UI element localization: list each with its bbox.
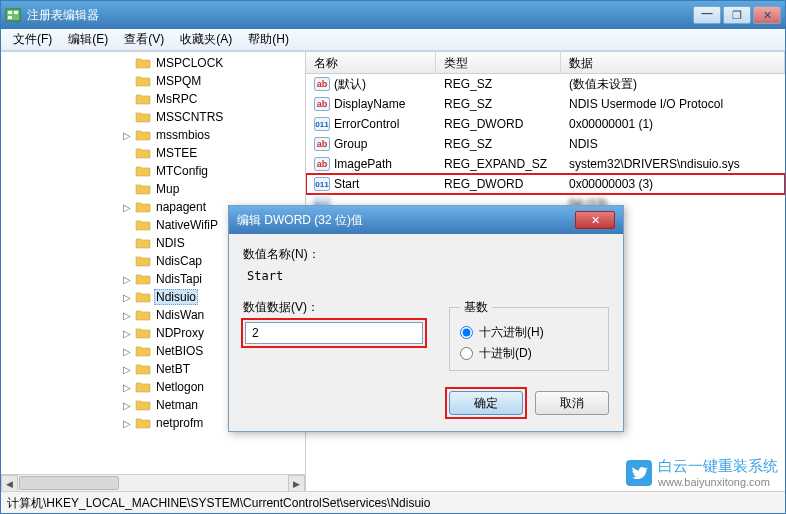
row-data: 0x00000001 (1) xyxy=(561,117,785,131)
tree-horizontal-scrollbar[interactable]: ◀ ▶ xyxy=(1,474,305,491)
minimize-button[interactable] xyxy=(693,6,721,24)
tree-item-label: Netlogon xyxy=(154,380,206,394)
radix-dec-radio[interactable] xyxy=(460,347,473,360)
list-row[interactable]: abImagePathREG_EXPAND_SZsystem32\DRIVERS… xyxy=(306,154,785,174)
folder-icon xyxy=(135,146,151,160)
svg-rect-2 xyxy=(8,16,12,19)
tree-item-label: netprofm xyxy=(154,416,205,430)
tree-item-mspclock[interactable]: MSPCLOCK xyxy=(1,54,305,72)
expand-icon[interactable]: ▷ xyxy=(121,328,133,339)
menu-edit[interactable]: 编辑(E) xyxy=(60,29,116,50)
svg-rect-3 xyxy=(14,11,18,14)
value-data-input[interactable] xyxy=(245,322,423,344)
expand-icon[interactable]: ▷ xyxy=(121,130,133,141)
scroll-left-button[interactable]: ◀ xyxy=(1,475,18,491)
folder-icon xyxy=(135,344,151,358)
watermark-text: 白云一键重装系统 xyxy=(658,457,778,476)
expand-icon[interactable]: ▷ xyxy=(121,310,133,321)
folder-icon xyxy=(135,398,151,412)
close-button[interactable] xyxy=(753,6,781,24)
folder-icon xyxy=(135,308,151,322)
menubar: 文件(F) 编辑(E) 查看(V) 收藏夹(A) 帮助(H) xyxy=(1,29,785,51)
header-name[interactable]: 名称 xyxy=(306,52,436,73)
tree-item-label: MsRPC xyxy=(154,92,199,106)
tree-item-mtconfig[interactable]: MTConfig xyxy=(1,162,305,180)
tree-item-msrpc[interactable]: MsRPC xyxy=(1,90,305,108)
row-data: NDIS Usermode I/O Protocol xyxy=(561,97,785,111)
folder-icon xyxy=(135,290,151,304)
radix-hex-option[interactable]: 十六进制(H) xyxy=(460,324,598,341)
radix-hex-radio[interactable] xyxy=(460,326,473,339)
menu-view[interactable]: 查看(V) xyxy=(116,29,172,50)
folder-icon xyxy=(135,362,151,376)
menu-help[interactable]: 帮助(H) xyxy=(240,29,297,50)
tree-item-mup[interactable]: Mup xyxy=(1,180,305,198)
row-name: (默认) xyxy=(334,76,366,93)
edit-dword-dialog: 编辑 DWORD (32 位)值 ✕ 数值名称(N)： Start 数值数据(V… xyxy=(228,205,624,432)
folder-icon xyxy=(135,56,151,70)
value-data-label: 数值数据(V)： xyxy=(243,299,425,316)
tree-item-mstee[interactable]: MSTEE xyxy=(1,144,305,162)
tree-item-label: NDIS xyxy=(154,236,187,250)
reg-string-icon: ab xyxy=(314,157,330,171)
dialog-titlebar[interactable]: 编辑 DWORD (32 位)值 ✕ xyxy=(229,206,623,234)
expand-icon[interactable]: ▷ xyxy=(121,364,133,375)
folder-icon xyxy=(135,164,151,178)
maximize-button[interactable] xyxy=(723,6,751,24)
tree-item-mssmbios[interactable]: ▷mssmbios xyxy=(1,126,305,144)
scroll-thumb[interactable] xyxy=(19,476,119,490)
watermark-url: www.baiyunxitong.com xyxy=(658,476,778,488)
row-name: ImagePath xyxy=(334,157,392,171)
header-type[interactable]: 类型 xyxy=(436,52,561,73)
expand-icon[interactable]: ▷ xyxy=(121,274,133,285)
folder-icon xyxy=(135,326,151,340)
folder-icon xyxy=(135,110,151,124)
scroll-right-button[interactable]: ▶ xyxy=(288,475,305,491)
folder-icon xyxy=(135,272,151,286)
tree-item-label: NetBIOS xyxy=(154,344,205,358)
expand-icon[interactable]: ▷ xyxy=(121,292,133,303)
tree-item-label: NdisCap xyxy=(154,254,204,268)
dialog-title: 编辑 DWORD (32 位)值 xyxy=(237,212,575,229)
reg-string-icon: ab xyxy=(314,137,330,151)
radix-dec-option[interactable]: 十进制(D) xyxy=(460,345,598,362)
expand-icon[interactable]: ▷ xyxy=(121,346,133,357)
folder-icon xyxy=(135,236,151,250)
header-data[interactable]: 数据 xyxy=(561,52,785,73)
row-data: 0x00000003 (3) xyxy=(561,177,785,191)
list-row[interactable]: 011ErrorControlREG_DWORD0x00000001 (1) xyxy=(306,114,785,134)
expand-icon[interactable]: ▷ xyxy=(121,382,133,393)
expand-icon[interactable]: ▷ xyxy=(121,418,133,429)
svg-rect-1 xyxy=(8,11,12,14)
ok-button[interactable]: 确定 xyxy=(449,391,523,415)
row-name: DisplayName xyxy=(334,97,405,111)
list-row[interactable]: abGroupREG_SZNDIS xyxy=(306,134,785,154)
expand-icon[interactable]: ▷ xyxy=(121,202,133,213)
dialog-close-button[interactable]: ✕ xyxy=(575,211,615,229)
row-type: REG_DWORD xyxy=(436,117,561,131)
folder-icon xyxy=(135,200,151,214)
folder-icon xyxy=(135,218,151,232)
row-name: ErrorControl xyxy=(334,117,399,131)
expand-icon[interactable]: ▷ xyxy=(121,400,133,411)
folder-icon xyxy=(135,128,151,142)
tree-item-label: MSPCLOCK xyxy=(154,56,225,70)
menu-file[interactable]: 文件(F) xyxy=(5,29,60,50)
list-row[interactable]: 011StartREG_DWORD0x00000003 (3) xyxy=(306,174,785,194)
tree-item-mspqm[interactable]: MSPQM xyxy=(1,72,305,90)
menu-favorites[interactable]: 收藏夹(A) xyxy=(172,29,240,50)
tree-item-label: NdisWan xyxy=(154,308,206,322)
cancel-button[interactable]: 取消 xyxy=(535,391,609,415)
reg-dword-icon: 011 xyxy=(314,177,330,191)
folder-icon xyxy=(135,182,151,196)
tree-item-label: MTConfig xyxy=(154,164,210,178)
row-data: (数值未设置) xyxy=(561,76,785,93)
regedit-icon xyxy=(5,7,21,23)
list-row[interactable]: ab(默认)REG_SZ(数值未设置) xyxy=(306,74,785,94)
list-row[interactable]: abDisplayNameREG_SZNDIS Usermode I/O Pro… xyxy=(306,94,785,114)
row-name: Group xyxy=(334,137,367,151)
reg-string-icon: ab xyxy=(314,77,330,91)
titlebar[interactable]: 注册表编辑器 xyxy=(1,1,785,29)
radix-label: 基数 xyxy=(460,299,492,316)
tree-item-msscntrs[interactable]: MSSCNTRS xyxy=(1,108,305,126)
